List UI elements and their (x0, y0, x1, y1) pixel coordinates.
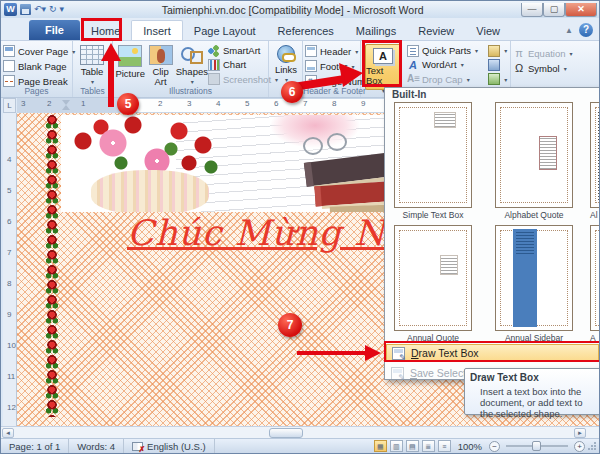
drop-cap-button[interactable]: A≡ Drop Cap▾ (407, 73, 488, 86)
spellcheck-icon (132, 442, 143, 451)
tab-references[interactable]: References (267, 21, 345, 40)
gallery-item-alphabet-sidebar[interactable]: Al (590, 102, 600, 220)
tooltip-body: Insert a text box into the document, or … (470, 386, 595, 419)
h-ruler-number: 9 (361, 99, 365, 108)
date-time-button[interactable] (488, 58, 508, 71)
zoom-level[interactable]: 100% (458, 441, 482, 452)
help-icon[interactable]: ? (579, 23, 593, 37)
chart-icon (208, 59, 220, 71)
v-ruler-number: 10 (7, 341, 16, 350)
draw-text-box-tooltip: Draw Text Box Insert a text box into the… (464, 368, 600, 415)
v-ruler-number: 9 (7, 310, 11, 319)
gallery-item-alphabet-quote[interactable]: Alphabet Quote (495, 102, 573, 220)
signature-line-button[interactable]: ▾ (488, 44, 508, 57)
page-count-status[interactable]: Page: 1 of 1 (1, 439, 69, 453)
equation-icon: π (513, 47, 525, 59)
h-ruler-number: 2 (47, 99, 51, 108)
h-ruler-number: 3 (187, 99, 191, 108)
word-logo-icon[interactable]: W (4, 3, 17, 16)
clip-art-button[interactable]: Clip Art (145, 43, 175, 87)
vertical-ruler[interactable]: 4 5 6 7 8 9 10 11 12 13 (3, 113, 17, 426)
group-label-pages: Pages (1, 86, 72, 96)
v-ruler-number: 11 (7, 372, 15, 381)
tab-stop-selector[interactable]: L (3, 98, 16, 113)
shapes-icon (180, 45, 204, 65)
v-ruler-number: 7 (7, 248, 11, 257)
indent-marker[interactable] (61, 100, 71, 110)
gallery-item-annual-quote[interactable]: Annual Quote (394, 225, 472, 343)
zoom-in-icon[interactable]: + (574, 441, 585, 452)
save-icon[interactable] (20, 4, 31, 15)
maximize-button[interactable]: ▢ (543, 3, 565, 17)
object-icon (488, 73, 500, 85)
tab-mailings[interactable]: Mailings (345, 21, 407, 40)
tooltip-title: Draw Text Box (470, 372, 595, 383)
quick-access-toolbar: W ↶▾ ↻ ▾ (1, 3, 64, 16)
blank-page-icon (3, 60, 15, 72)
annotation-badge-6: 6 (281, 81, 303, 103)
v-ruler-number: 8 (7, 279, 11, 288)
header-button[interactable]: Header▾ (305, 44, 358, 58)
group-label-illustrations: Illustrations (113, 86, 268, 96)
quick-parts-button[interactable]: Quick Parts▾ (407, 44, 488, 57)
title-bar: W ↶▾ ↻ ▾ Taimienphi.vn.doc [Compatibilit… (1, 1, 599, 18)
fullscreen-reading-view-button[interactable]: ▥ (390, 440, 403, 452)
flower-basket-image (91, 170, 209, 212)
glasses-icon (327, 133, 347, 151)
word-count-status[interactable]: Words: 4 (69, 439, 124, 453)
v-ruler-number: 6 (7, 217, 11, 226)
redo-icon[interactable]: ↻ (49, 3, 57, 16)
undo-icon[interactable]: ↶▾ (34, 3, 46, 16)
draft-view-button[interactable]: ≡ (438, 440, 451, 452)
rose-border-decoration (45, 115, 59, 417)
equation-button[interactable]: π Equation▾ (513, 46, 597, 60)
drop-cap-icon: A≡ (407, 73, 419, 85)
zoom-slider-thumb[interactable] (532, 441, 541, 451)
cover-page-button[interactable]: Cover Page▾ (3, 44, 70, 58)
scroll-right-icon[interactable]: ► (574, 428, 586, 438)
greeting-card-photo[interactable] (61, 115, 400, 212)
cover-page-icon (3, 45, 15, 57)
collapse-ribbon-icon[interactable]: ▲ (565, 26, 573, 35)
print-layout-view-button[interactable]: ▦ (374, 440, 387, 452)
group-pages: Cover Page▾ Blank Page Page Break Pages (1, 41, 73, 97)
tab-page-layout[interactable]: Page Layout (183, 21, 267, 40)
smartart-button[interactable]: SmartArt (208, 44, 266, 57)
signature-line-icon (488, 45, 500, 57)
zoom-slider[interactable] (506, 445, 568, 447)
language-status[interactable]: English (U.S.) (124, 439, 215, 453)
tab-review[interactable]: Review (407, 21, 465, 40)
gallery-item-cut[interactable]: A (590, 225, 600, 343)
h-ruler-number: 2 (158, 99, 162, 108)
zoom-out-icon[interactable]: − (489, 441, 500, 452)
header-icon (305, 45, 317, 57)
group-illustrations: Picture Clip Art Shapes▾ SmartArt Chart (113, 41, 269, 97)
v-ruler-number: 5 (7, 186, 11, 195)
gallery-item-annual-sidebar[interactable]: Annual Sidebar (495, 225, 573, 343)
blank-page-button[interactable]: Blank Page (3, 59, 70, 73)
shapes-button[interactable]: Shapes▾ (176, 43, 208, 87)
wordart-button[interactable]: A WordArt▾ (407, 58, 488, 71)
scroll-left-icon[interactable]: ◄ (2, 428, 14, 438)
document-heading-text[interactable]: Chúc Mừng Ngà (127, 213, 401, 253)
tab-file[interactable]: File (29, 20, 80, 40)
object-button[interactable]: ▾ (488, 73, 508, 86)
chart-button[interactable]: Chart (208, 58, 266, 71)
scrollbar-thumb[interactable] (269, 428, 303, 438)
books-image (285, 133, 400, 212)
symbol-button[interactable]: Ω Symbol▾ (513, 61, 597, 75)
resize-grip[interactable] (587, 441, 597, 451)
screenshot-button[interactable]: Screenshot▾ (208, 73, 266, 86)
v-ruler-number: 12 (7, 403, 16, 412)
outline-view-button[interactable]: ≣ (422, 440, 435, 452)
horizontal-scrollbar[interactable]: ◄ ► (1, 426, 599, 438)
minimize-button[interactable]: — (521, 3, 543, 17)
quick-parts-icon (407, 45, 419, 57)
gallery-item-simple-text-box[interactable]: Simple Text Box (394, 102, 472, 220)
web-layout-view-button[interactable]: ▤ (406, 440, 419, 452)
tab-view[interactable]: View (465, 21, 511, 40)
date-time-icon (488, 59, 500, 71)
annotation-frame-text-box-button (362, 40, 402, 87)
tab-insert[interactable]: Insert (131, 20, 183, 40)
close-button[interactable]: ✕ (565, 3, 597, 17)
